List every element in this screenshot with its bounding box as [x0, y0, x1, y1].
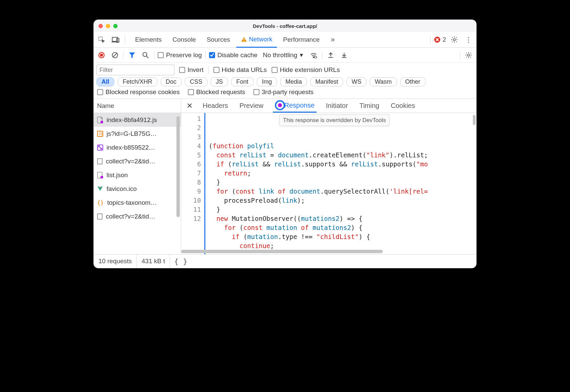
svg-point-15: [467, 54, 470, 56]
checkbox-box: [209, 52, 215, 58]
request-row[interactable]: list.json: [94, 168, 181, 182]
detail-tab-cookies[interactable]: Cookies: [389, 99, 417, 113]
close-window-button[interactable]: [98, 24, 103, 28]
request-row[interactable]: {}topics-taxonom…: [94, 196, 181, 209]
requests-list-header[interactable]: Name: [94, 99, 181, 113]
clear-button[interactable]: [110, 50, 120, 60]
tab-sources[interactable]: Sources: [202, 32, 235, 47]
settings-gear-icon[interactable]: [449, 34, 460, 45]
request-row[interactable]: collect?v=2&tid…: [94, 209, 181, 223]
checkbox-box: [158, 52, 164, 58]
upload-har-icon[interactable]: [326, 50, 336, 60]
network-conditions-icon[interactable]: [309, 50, 319, 60]
throttling-select[interactable]: No throttling ▾: [261, 51, 305, 59]
ext-js-icon: JS: [97, 131, 103, 137]
detail-tab-initiator[interactable]: Initiator: [324, 99, 350, 113]
svg-text:JS: JS: [98, 132, 103, 136]
tab-elements[interactable]: Elements: [130, 32, 166, 47]
invert-checkbox[interactable]: Invert: [179, 66, 204, 74]
type-chip-js[interactable]: JS: [211, 77, 228, 86]
type-chip-media[interactable]: Media: [280, 77, 307, 86]
request-row[interactable]: JSjs?id=G-LB75G…: [94, 127, 181, 141]
third-party-checkbox[interactable]: 3rd-party requests: [253, 88, 314, 96]
search-icon[interactable]: [140, 50, 151, 60]
request-row[interactable]: favicon.ico: [94, 182, 181, 196]
transfer-size-text: 431 kB t: [137, 254, 170, 268]
response-code-viewer[interactable]: 123456789101112 (function polyfil const …: [181, 113, 476, 254]
type-chip-ws[interactable]: WS: [347, 77, 366, 86]
hide-extension-urls-checkbox[interactable]: Hide extension URLs: [272, 66, 340, 74]
type-chip-fetch-xhr[interactable]: Fetch/XHR: [118, 77, 157, 86]
type-chip-wasm[interactable]: Wasm: [370, 77, 397, 86]
svg-point-13: [313, 56, 314, 57]
preserve-log-checkbox[interactable]: Preserve log: [158, 51, 202, 59]
record-button[interactable]: [96, 50, 107, 60]
type-chip-other[interactable]: Other: [400, 77, 425, 86]
filter-input[interactable]: [96, 65, 174, 75]
detail-tab-headers[interactable]: Headers: [201, 99, 230, 113]
close-detail-icon[interactable]: ✕: [185, 102, 195, 110]
request-name: js?id=G-LB75G…: [107, 130, 157, 138]
main-tabs-bar: ElementsConsoleSourcesNetworkPerformance…: [94, 32, 476, 48]
tab-network[interactable]: Network: [236, 32, 277, 48]
preserve-log-label: Preserve log: [166, 51, 202, 59]
divider: [154, 51, 154, 59]
code-vertical-scrollbar[interactable]: [472, 113, 476, 254]
type-chip-doc[interactable]: Doc: [161, 77, 181, 86]
disable-cache-label: Disable cache: [217, 51, 257, 59]
svg-point-11: [143, 52, 147, 56]
detail-tab-preview[interactable]: Preview: [238, 99, 266, 113]
code-horizontal-scrollbar[interactable]: [181, 249, 472, 254]
request-row[interactable]: index-b859522…: [94, 141, 181, 154]
requests-list-panel: Name index-8bfa4912.jsJSjs?id=G-LB75G…in…: [94, 99, 181, 254]
type-chip-all[interactable]: All: [96, 77, 114, 86]
minimize-window-button[interactable]: [106, 24, 110, 28]
kebab-menu-icon[interactable]: ⋮: [463, 34, 474, 45]
type-chip-manifest[interactable]: Manifest: [310, 77, 343, 86]
download-har-icon[interactable]: [339, 50, 349, 60]
extra-filters-row: Blocked response cookies Blocked request…: [94, 88, 476, 99]
network-settings-gear-icon[interactable]: [463, 50, 474, 60]
svg-rect-8: [100, 54, 103, 56]
disable-cache-checkbox[interactable]: Disable cache: [209, 51, 257, 59]
request-name: topics-taxonom…: [107, 199, 157, 206]
type-chip-img[interactable]: Img: [257, 77, 277, 86]
error-icon: [434, 36, 441, 43]
blocked-cookies-checkbox[interactable]: Blocked response cookies: [97, 88, 180, 96]
filter-row: Invert Hide data URLs Hide extension URL…: [94, 63, 476, 76]
svg-rect-4: [244, 40, 244, 41]
type-chip-css[interactable]: CSS: [185, 77, 207, 86]
svg-point-14: [315, 56, 317, 58]
error-count-badge[interactable]: 2: [434, 36, 446, 43]
svg-point-17: [100, 121, 103, 123]
svg-text:{}: {}: [97, 200, 104, 206]
line-gutter: 123456789101112: [181, 113, 205, 254]
detail-tab-timing[interactable]: Timing: [357, 99, 381, 113]
network-split-view: Name index-8bfa4912.jsJSjs?id=G-LB75G…in…: [94, 99, 476, 254]
zoom-window-button[interactable]: [113, 24, 118, 28]
request-name: index-8bfa4912.js: [107, 116, 157, 124]
request-row[interactable]: collect?v=2&tid…: [94, 154, 181, 168]
override-indicator-icon: [275, 100, 285, 110]
request-row[interactable]: index-8bfa4912.js: [94, 113, 181, 127]
divider: [322, 51, 322, 59]
divider: [208, 66, 209, 74]
filter-toggle-icon[interactable]: [127, 50, 137, 60]
hide-data-urls-checkbox[interactable]: Hide data URLs: [213, 66, 267, 74]
divider: [205, 51, 206, 59]
window-titlebar: DevTools - coffee-cart.app/: [94, 20, 476, 32]
detail-tab-response[interactable]: Response: [273, 99, 317, 113]
request-detail-panel: ✕ HeadersPreviewResponseInitiatorTimingC…: [181, 99, 476, 254]
svg-rect-25: [97, 214, 102, 219]
tab-performance[interactable]: Performance: [278, 32, 324, 47]
type-chip-font[interactable]: Font: [231, 77, 253, 86]
requests-scrollbar[interactable]: [176, 113, 181, 254]
detail-tabs: ✕ HeadersPreviewResponseInitiatorTimingC…: [181, 99, 476, 113]
inspect-element-icon[interactable]: [96, 34, 107, 45]
more-tabs-chevron-icon[interactable]: »: [327, 34, 338, 45]
blocked-requests-checkbox[interactable]: Blocked requests: [188, 88, 245, 96]
device-toolbar-icon[interactable]: [110, 34, 121, 45]
js-override-icon: [97, 117, 103, 123]
tab-console[interactable]: Console: [168, 32, 201, 47]
pretty-print-icon[interactable]: { }: [170, 257, 192, 266]
